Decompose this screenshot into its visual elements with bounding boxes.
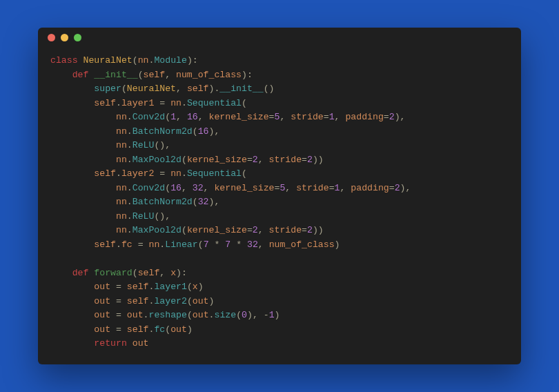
code-token: ) (198, 282, 204, 292)
code-line: return out (50, 337, 509, 351)
code-token: padding (345, 112, 383, 122)
code-token: ( (187, 282, 193, 292)
code-token: padding (351, 183, 389, 193)
code-token: 1 (329, 112, 335, 122)
code-token: 1 (269, 310, 275, 320)
code-token: nn (116, 197, 127, 207)
code-token: ( (193, 126, 198, 137)
code-token: nn (170, 168, 182, 179)
code-token: , (340, 183, 351, 193)
code-line: out = self.fc(out) (50, 323, 509, 337)
code-token: = (110, 296, 127, 306)
code-token: kernel_size (187, 155, 247, 165)
code-token: NeuralNet (127, 84, 176, 94)
code-line: self.fc = nn.Linear(7 * 7 * 32, num_of_c… (50, 238, 509, 253)
close-icon[interactable] (48, 34, 55, 41)
code-line: nn.Conv2d(1, 16, kernel_size=5, stride=1… (50, 110, 509, 125)
maximize-icon[interactable] (74, 34, 81, 41)
code-line: super(NeuralNet, self).__init__() (50, 82, 509, 97)
code-token: out (94, 296, 110, 306)
code-token: 16 (170, 183, 182, 193)
code-token: * (231, 239, 247, 250)
code-token: , (182, 183, 193, 193)
code-token: x (170, 268, 176, 278)
code-token: . (127, 197, 133, 207)
code-token: nn (116, 225, 127, 235)
code-token: Conv2d (133, 112, 165, 122)
code-token (50, 211, 116, 222)
code-token: , (280, 112, 291, 122)
code-token: nn (116, 155, 127, 165)
code-token: () (264, 84, 275, 94)
code-token: return (94, 338, 132, 349)
code-token: nn (116, 126, 127, 137)
code-token: reshape (148, 310, 186, 320)
code-token: ( (138, 70, 144, 80)
code-line: def forward(self, x): (50, 266, 509, 281)
code-token: ( (198, 239, 204, 250)
code-token: . (127, 155, 133, 165)
code-token: Linear (165, 239, 197, 250)
code-token: class (50, 55, 83, 66)
code-token: BatchNorm2d (133, 197, 193, 207)
minimize-icon[interactable] (61, 34, 68, 41)
code-token: . (182, 168, 187, 179)
code-token: forward (94, 268, 132, 278)
code-token: kernel_size (187, 225, 247, 235)
code-token: Sequential (187, 98, 242, 108)
code-token: kernel_size (209, 112, 269, 122)
code-line: class NeuralNet(nn.Module): (50, 54, 509, 68)
code-line: def __init__(self, num_of_class): (50, 68, 509, 83)
code-token: , (258, 239, 269, 250)
code-token (50, 338, 94, 349)
code-line: nn.Conv2d(16, 32, kernel_size=5, stride=… (50, 182, 509, 196)
code-token (50, 126, 116, 137)
code-token: ( (133, 55, 138, 66)
code-token (50, 324, 94, 335)
code-token: self (127, 324, 149, 335)
code-token (50, 98, 94, 108)
code-token: MaxPool2d (133, 155, 182, 165)
code-token: nn (170, 98, 182, 108)
code-token: = (154, 168, 170, 179)
code-token: 2 (253, 225, 258, 235)
code-token: ), (209, 197, 220, 207)
code-token: ). (209, 84, 220, 94)
code-token: = (133, 239, 149, 250)
code-token: layer1 (121, 98, 154, 108)
code-token: 1 (170, 112, 176, 122)
code-token: x (193, 282, 198, 292)
code-token: out (133, 338, 149, 349)
code-token: . (116, 168, 121, 179)
code-token: . (127, 126, 133, 137)
code-line: self.layer1 = nn.Sequential( (50, 97, 509, 111)
code-line: nn.BatchNorm2d(32), (50, 195, 509, 210)
code-token (50, 168, 94, 179)
code-token: ) (209, 296, 215, 306)
code-token: * (209, 239, 226, 250)
code-token: ): (176, 268, 187, 278)
code-token: , (176, 84, 187, 94)
code-token: self (127, 296, 149, 306)
code-token: . (182, 98, 187, 108)
code-token: = (384, 112, 389, 122)
code-token: out (170, 324, 187, 335)
code-token: out (127, 310, 144, 320)
code-token: - (264, 310, 269, 320)
code-token: self (138, 268, 160, 278)
code-token: nn (116, 211, 127, 222)
code-line: nn.MaxPool2d(kernel_size=2, stride=2)) (50, 153, 509, 168)
code-token: 0 (242, 310, 247, 320)
code-token: = (324, 112, 329, 122)
code-token: def (72, 70, 95, 80)
code-token: 1 (335, 183, 340, 193)
code-token: = (110, 324, 127, 335)
code-token: = (110, 282, 127, 292)
code-token: = (110, 310, 127, 320)
code-token: , (204, 183, 215, 193)
code-token: = (329, 183, 335, 193)
code-token: 32 (247, 239, 258, 250)
code-token: out (94, 282, 110, 292)
code-token: . (127, 183, 133, 193)
code-token: 2 (253, 155, 258, 165)
